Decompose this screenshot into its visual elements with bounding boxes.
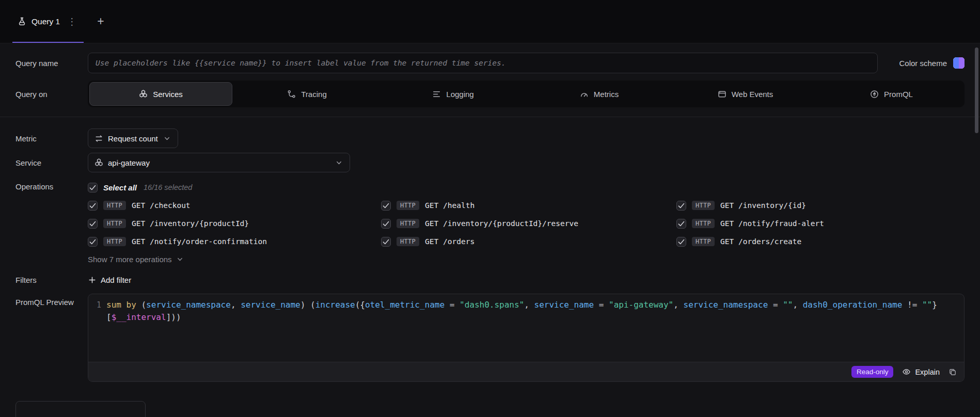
query-name-row: Query name Color scheme xyxy=(15,53,965,73)
metric-select[interactable]: Request count xyxy=(88,129,178,148)
operation-checkbox[interactable] xyxy=(676,201,686,211)
operation-checkbox[interactable] xyxy=(381,219,391,229)
copy-icon xyxy=(949,368,957,376)
operation-checkbox[interactable] xyxy=(88,237,98,247)
metrics-icon xyxy=(580,90,589,99)
code-area[interactable]: 1 sum by (service_namespace, service_nam… xyxy=(88,294,964,362)
operations-row: Operations Select all 16/16 selected HTT… xyxy=(15,182,965,264)
check-icon xyxy=(382,219,390,228)
operation-path: GET /orders/create xyxy=(720,237,801,246)
swatch-right-half xyxy=(959,57,965,69)
show-more-label: Show 7 more operations xyxy=(88,255,172,264)
protocol-badge: HTTP xyxy=(397,219,419,228)
explain-button[interactable]: Explain xyxy=(902,367,940,376)
query-on-tab-web-events[interactable]: Web Events xyxy=(674,82,817,106)
query-on-tab-logging[interactable]: Logging xyxy=(382,82,525,106)
query-on-row: Query on ServicesTracingLoggingMetricsWe… xyxy=(15,81,965,107)
query-name-input[interactable] xyxy=(88,53,878,73)
operation-checkbox[interactable] xyxy=(381,201,391,211)
protocol-badge: HTTP xyxy=(103,201,126,210)
tab-label: Query 1 xyxy=(31,17,60,26)
operation-item: HTTPGET /orders/create xyxy=(676,236,965,247)
tab-options-button[interactable]: ⋮ xyxy=(67,17,76,26)
promql-icon xyxy=(870,90,879,99)
plus-icon xyxy=(88,276,97,284)
protocol-badge: HTTP xyxy=(692,219,715,228)
service-value: api-gateway xyxy=(108,158,150,167)
operation-item: HTTPGET /checkout xyxy=(88,200,381,211)
query-on-tab-tracing[interactable]: Tracing xyxy=(235,82,378,106)
operation-item: HTTPGET /inventory/{productId}/reserve xyxy=(381,218,676,229)
explain-label: Explain xyxy=(915,368,940,376)
query-on-label: Query on xyxy=(15,90,88,99)
tab-query-1[interactable]: Query 1 ⋮ xyxy=(12,0,84,43)
operations-grid: HTTPGET /checkoutHTTPGET /healthHTTPGET … xyxy=(88,200,965,247)
operation-checkbox[interactable] xyxy=(88,219,98,229)
web-events-icon xyxy=(718,90,726,99)
query-tabs-bar: Query 1 ⋮ + xyxy=(0,0,980,43)
swap-arrows-icon xyxy=(94,134,103,143)
protocol-badge: HTTP xyxy=(103,237,126,246)
metric-label: Metric xyxy=(15,134,88,143)
chevron-down-icon xyxy=(176,255,184,264)
service-select[interactable]: api-gateway xyxy=(88,153,350,172)
promql-preview-label: PromQL Preview xyxy=(15,294,88,307)
operation-checkbox[interactable] xyxy=(88,201,98,211)
show-more-operations-button[interactable]: Show 7 more operations xyxy=(88,255,184,264)
service-row: Service api-gateway xyxy=(15,153,965,172)
logging-icon xyxy=(432,90,441,99)
eye-icon xyxy=(902,367,911,376)
chevron-down-icon xyxy=(335,158,343,167)
protocol-badge: HTTP xyxy=(397,201,419,210)
tracing-icon xyxy=(287,90,296,99)
selected-count: 16/16 selected xyxy=(144,183,192,191)
operation-item: HTTPGET /orders xyxy=(381,236,676,247)
operation-item: HTTPGET /notify/fraud-alert xyxy=(676,218,965,229)
promql-code: sum by (service_namespace, service_name)… xyxy=(106,299,964,357)
scrollbar-thumb[interactable] xyxy=(975,47,978,133)
protocol-badge: HTTP xyxy=(103,219,126,228)
read-only-badge: Read-only xyxy=(851,366,894,378)
add-filter-label: Add filter xyxy=(101,276,131,284)
check-icon xyxy=(677,237,686,246)
query-on-tab-promql[interactable]: PromQL xyxy=(820,82,963,106)
operation-path: GET /inventory/{productId} xyxy=(132,219,249,228)
check-icon xyxy=(382,201,390,210)
operation-path: GET /notify/order-confirmation xyxy=(132,237,267,246)
color-scheme-group: Color scheme xyxy=(899,57,965,69)
operation-item: HTTPGET /health xyxy=(381,200,676,211)
operation-path: GET /notify/fraud-alert xyxy=(720,219,824,228)
next-section-dropdown[interactable] xyxy=(15,401,146,417)
query-on-tab-label: Services xyxy=(153,90,183,99)
protocol-badge: HTTP xyxy=(397,237,419,246)
add-query-tab-button[interactable]: + xyxy=(97,15,104,27)
query-on-tab-label: Metrics xyxy=(594,90,619,99)
query-on-tab-services[interactable]: Services xyxy=(89,82,232,106)
protocol-badge: HTTP xyxy=(692,201,715,210)
operation-path: GET /health xyxy=(425,201,475,210)
service-icon xyxy=(94,158,103,167)
query-on-tab-metrics[interactable]: Metrics xyxy=(528,82,671,106)
operation-checkbox[interactable] xyxy=(381,237,391,247)
operation-item: HTTPGET /inventory/{id} xyxy=(676,200,965,211)
promql-editor: 1 sum by (service_namespace, service_nam… xyxy=(88,294,965,382)
query-on-tab-label: Logging xyxy=(446,90,473,99)
color-scheme-label: Color scheme xyxy=(899,59,947,68)
query-name-label: Query name xyxy=(15,59,88,68)
line-number: 1 xyxy=(88,299,106,357)
query-editor-form: Query name Color scheme Query on Service… xyxy=(0,53,980,417)
protocol-badge: HTTP xyxy=(692,237,715,246)
section-divider xyxy=(0,117,980,117)
check-icon xyxy=(677,219,686,228)
operations-panel: Select all 16/16 selected HTTPGET /check… xyxy=(88,182,965,264)
operations-label: Operations xyxy=(15,182,88,191)
operation-checkbox[interactable] xyxy=(676,237,686,247)
select-all-checkbox[interactable] xyxy=(88,183,98,193)
color-scheme-swatch[interactable] xyxy=(953,57,965,69)
active-tab-indicator xyxy=(12,42,84,43)
add-filter-button[interactable]: Add filter xyxy=(88,276,131,284)
operation-checkbox[interactable] xyxy=(676,219,686,229)
operation-item: HTTPGET /inventory/{productId} xyxy=(88,218,381,229)
copy-button[interactable] xyxy=(949,368,957,376)
service-label: Service xyxy=(15,158,88,167)
